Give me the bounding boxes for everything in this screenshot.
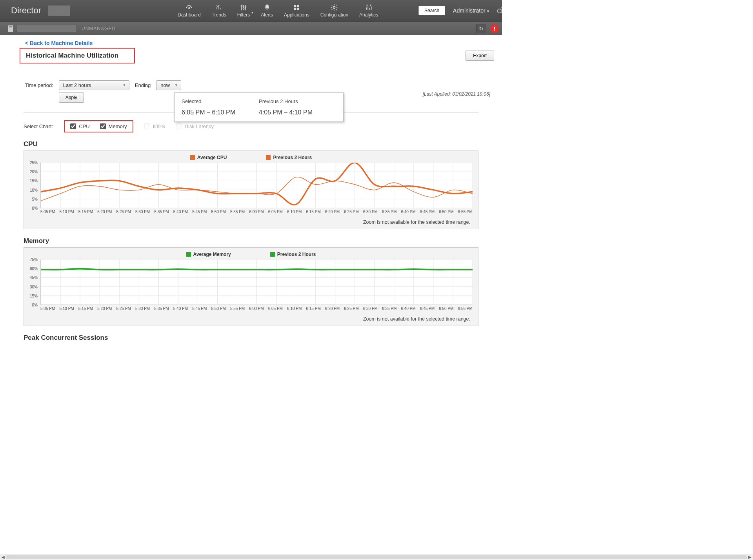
context-bar: UNMANAGED ↻ ! <box>0 21 502 35</box>
nav-items: DashboardTrendsFilters▼AlertsApplication… <box>172 0 384 21</box>
svg-point-9 <box>243 8 244 9</box>
nav-dashboard[interactable]: Dashboard <box>172 0 206 21</box>
alert-icon[interactable]: ! <box>490 24 499 33</box>
refresh-button[interactable]: ↻ <box>476 24 486 33</box>
time-period-select[interactable]: Last 2 hours <box>59 80 129 90</box>
chk-disk-latency: Disk Latency <box>176 123 214 129</box>
legend-item: Average Memory <box>186 252 231 257</box>
nav-analytics[interactable]: Analytics <box>354 0 384 21</box>
machine-name-placeholder <box>17 25 76 32</box>
svg-point-15 <box>333 7 335 9</box>
popup-selected-label: Selected <box>182 98 259 104</box>
time-compare-popup: Selected 6:05 PM – 6:10 PM Previous 2 Ho… <box>174 92 344 122</box>
machine-status: UNMANAGED <box>82 26 116 31</box>
top-nav: Director DashboardTrendsFilters▼AlertsAp… <box>0 0 502 21</box>
chart-title: CPU <box>24 140 478 148</box>
legend-item: Average CPU <box>190 155 227 160</box>
zoom-note: Zoom is not available for the selected t… <box>29 219 473 225</box>
cobrand: cit <box>497 5 502 16</box>
svg-point-21 <box>370 5 371 5</box>
logo-placeholder <box>48 5 70 16</box>
export-button[interactable]: Export <box>466 51 494 61</box>
chart-plot[interactable]: 0%5%10%15%20%25% <box>40 163 473 208</box>
legend-item: Previous 2 Hours <box>270 252 316 257</box>
ending-label: Ending <box>135 80 151 88</box>
chk-cpu[interactable]: CPU <box>70 123 89 129</box>
svg-point-20 <box>367 5 367 5</box>
title-highlight: Historical Machine Utilization <box>20 48 135 63</box>
ending-select[interactable]: now <box>156 80 181 90</box>
popup-previous-label: Previous 2 Hours <box>259 98 336 104</box>
chart-box: Average MemoryPrevious 2 Hours0%15%30%45… <box>24 247 478 326</box>
time-period-label: Time period: <box>25 80 53 88</box>
svg-point-8 <box>241 5 242 7</box>
select-chart-label: Select Chart: <box>24 123 53 129</box>
nav-trends[interactable]: Trends <box>206 0 232 21</box>
brand: Director <box>0 5 47 16</box>
search-button[interactable]: Search <box>418 6 445 15</box>
select-chart-highlight: CPU Memory <box>64 120 133 132</box>
nav-applications[interactable]: Applications <box>278 0 315 21</box>
svg-point-10 <box>245 6 246 7</box>
chart-title: Memory <box>24 237 478 245</box>
page-title: Historical Machine Utilization <box>26 52 118 60</box>
admin-menu[interactable]: Administrator <box>453 7 490 14</box>
back-link[interactable]: < Back to Machine Details <box>25 40 93 46</box>
chk-memory[interactable]: Memory <box>100 123 127 129</box>
content: < Back to Machine Details Historical Mac… <box>0 35 502 367</box>
svg-rect-13 <box>294 8 296 10</box>
chart-box: Average CPUPrevious 2 Hours0%5%10%15%20%… <box>24 150 478 229</box>
chart-plot[interactable]: 0%15%30%45%60%75% <box>40 259 473 305</box>
nav-configuration[interactable]: Configuration <box>315 0 354 21</box>
nav-filters[interactable]: Filters▼ <box>232 0 256 21</box>
legend-item: Previous 2 Hours <box>266 155 312 160</box>
svg-rect-14 <box>297 8 299 10</box>
zoom-note: Zoom is not available for the selected t… <box>29 316 473 322</box>
svg-rect-12 <box>297 5 299 7</box>
svg-rect-11 <box>294 5 296 7</box>
nav-alerts[interactable]: Alerts <box>255 0 278 21</box>
chk-iops: IOPS <box>144 123 165 129</box>
last-applied: [Last Applied: 03/02/2021 19:06] <box>423 80 494 97</box>
machine-icon <box>8 25 13 32</box>
apply-button[interactable]: Apply <box>59 92 84 103</box>
peak-sessions-title: Peak Concurrent Sessions <box>24 334 478 342</box>
